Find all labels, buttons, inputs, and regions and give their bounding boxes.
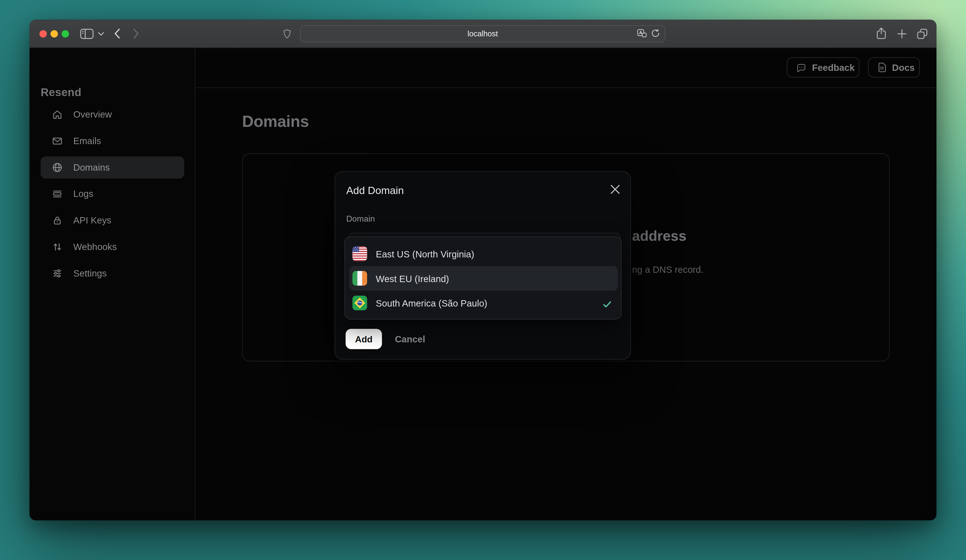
sidebar-item-api-keys[interactable]: API Keys: [41, 207, 184, 234]
sidebar-item-label: Settings: [73, 268, 107, 278]
docs-button-label: Docs: [892, 62, 915, 72]
region-option-label: East US (North Virginia): [376, 249, 474, 259]
region-option-label: South America (São Paulo): [376, 298, 487, 308]
minimize-window-button[interactable]: [51, 30, 58, 38]
sidebar: Resend Overview: [30, 48, 195, 521]
sidebar-nav: Overview Emails: [30, 101, 195, 287]
browser-window: localhost: [30, 20, 936, 520]
rows-icon: [52, 188, 63, 199]
sidebar-item-logs[interactable]: Logs: [41, 180, 184, 207]
sidebar-item-domains[interactable]: Domains: [41, 156, 184, 178]
sidebar-item-webhooks[interactable]: Webhooks: [41, 233, 184, 260]
empty-state-body-fragment: ng a DNS record.: [632, 264, 703, 274]
address-bar-url: localhost: [468, 29, 498, 38]
page-title: Domains: [242, 112, 309, 131]
brazil-flag-icon: [352, 296, 367, 311]
sidebar-item-label: Domains: [73, 162, 110, 172]
share-icon[interactable]: [876, 27, 886, 39]
close-window-button[interactable]: [39, 30, 47, 38]
region-option-east-us[interactable]: East US (North Virginia): [345, 242, 622, 266]
empty-state-heading-fragment: address: [632, 228, 687, 244]
sidebar-item-emails[interactable]: Emails: [41, 128, 184, 154]
cancel-button[interactable]: Cancel: [395, 329, 425, 349]
globe-icon: [52, 162, 63, 173]
region-option-label: West EU (Ireland): [376, 273, 449, 283]
docs-button[interactable]: Docs: [868, 57, 920, 78]
us-flag-icon: [352, 246, 367, 261]
sidebar-item-label: Emails: [73, 135, 101, 146]
add-domain-modal: Add Domain Domain: [335, 171, 631, 360]
modal-title: Add Domain: [346, 185, 404, 197]
arrows-up-down-icon: [52, 241, 63, 252]
address-bar[interactable]: localhost: [300, 25, 665, 43]
add-button[interactable]: Add: [346, 329, 382, 349]
zoom-window-button[interactable]: [62, 30, 69, 38]
app-header: Feedback Docs: [195, 48, 936, 88]
back-button[interactable]: [114, 28, 120, 39]
sidebar-item-label: API Keys: [73, 215, 111, 225]
resend-logo: Resend: [41, 86, 82, 99]
home-icon: [52, 109, 63, 120]
sliders-icon: [52, 267, 63, 279]
browser-toolbar: localhost: [30, 20, 936, 48]
forward-button[interactable]: [133, 28, 139, 39]
sidebar-item-label: Overview: [73, 109, 112, 120]
translate-icon[interactable]: [637, 29, 647, 40]
sidebar-item-label: Logs: [73, 188, 93, 199]
app-content: Resend Overview: [30, 48, 936, 521]
reload-icon[interactable]: [651, 29, 660, 40]
region-dropdown: East US (North Virginia) West EU (Irelan…: [344, 236, 622, 319]
chevron-down-icon[interactable]: [98, 32, 104, 36]
sidebar-item-overview[interactable]: Overview: [41, 101, 184, 128]
envelope-icon: [52, 135, 63, 146]
feedback-button[interactable]: Feedback: [787, 57, 859, 78]
feedback-button-label: Feedback: [812, 62, 855, 72]
close-icon[interactable]: [610, 185, 620, 195]
shield-icon: [283, 29, 291, 39]
domain-field-label: Domain: [346, 214, 375, 223]
desktop: localhost: [0, 0, 966, 560]
ireland-flag-icon: [352, 271, 367, 286]
speech-bubble-icon: [796, 62, 807, 72]
lock-icon: [52, 215, 63, 226]
sidebar-toggle-icon[interactable]: [80, 28, 94, 39]
sidebar-item-settings[interactable]: Settings: [41, 260, 184, 287]
check-icon: [603, 300, 611, 310]
document-icon: [877, 62, 887, 72]
region-option-south-america[interactable]: South America (São Paulo): [345, 291, 622, 315]
tab-overview-icon[interactable]: [917, 28, 928, 39]
sidebar-item-label: Webhooks: [73, 242, 117, 252]
new-tab-icon[interactable]: [897, 29, 907, 39]
region-option-west-eu[interactable]: West EU (Ireland): [350, 266, 618, 291]
